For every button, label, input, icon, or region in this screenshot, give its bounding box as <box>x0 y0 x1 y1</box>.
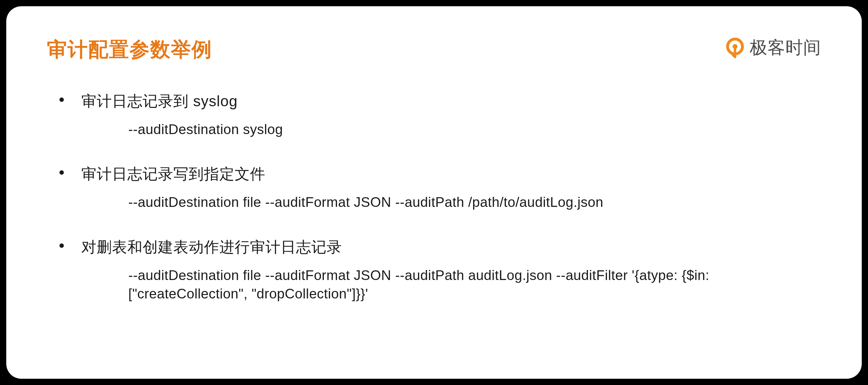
item-title: 审计日志记录写到指定文件 <box>81 164 265 184</box>
item-command: --auditDestination file --auditFormat JS… <box>128 193 821 211</box>
item-command: --auditDestination file --auditFormat JS… <box>128 266 821 303</box>
bullet-icon <box>59 243 64 248</box>
item-title: 对删表和创建表动作进行审计日志记录 <box>81 237 342 257</box>
brand-logo: 极客时间 <box>724 36 821 60</box>
list-item: 审计日志记录到 syslog --auditDestination syslog <box>59 91 821 138</box>
bullet-icon <box>59 98 64 102</box>
item-title: 审计日志记录到 syslog <box>81 91 238 111</box>
list-item: 对删表和创建表动作进行审计日志记录 --auditDestination fil… <box>59 237 821 303</box>
bullet-icon <box>59 170 64 175</box>
brand-logo-icon <box>724 37 746 59</box>
bullet-list: 审计日志记录到 syslog --auditDestination syslog… <box>59 91 821 303</box>
brand-logo-text: 极客时间 <box>750 36 821 60</box>
item-command: --auditDestination syslog <box>128 120 821 138</box>
slide-title: 审计配置参数举例 <box>47 36 821 63</box>
content-area: 审计日志记录到 syslog --auditDestination syslog… <box>47 91 821 303</box>
list-item: 审计日志记录写到指定文件 --auditDestination file --a… <box>59 164 821 211</box>
slide-card: 审计配置参数举例 极客时间 审计日志记录到 syslog --auditDest… <box>6 6 862 379</box>
